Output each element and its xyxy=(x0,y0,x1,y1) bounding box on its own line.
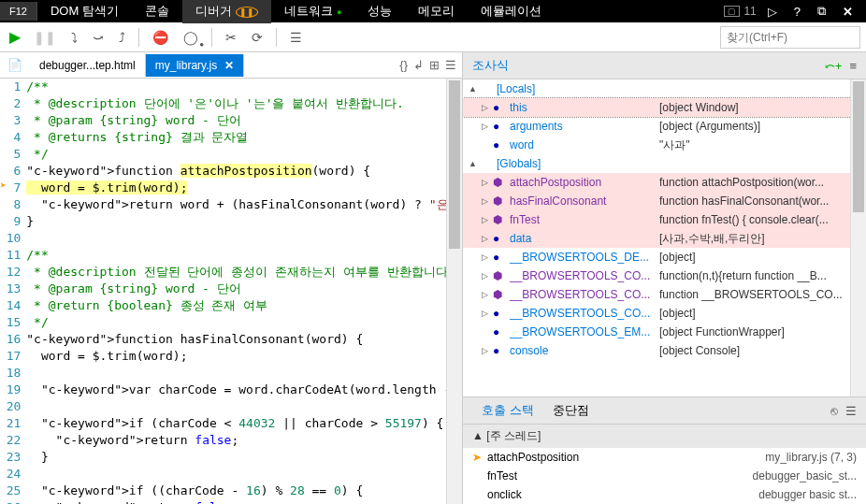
watch-panel-header: 조사식 ⤺+ ≡ xyxy=(463,52,866,79)
toggle-watch-icon[interactable]: ≡ xyxy=(849,59,857,73)
async-callstack-icon[interactable]: ⎋ xyxy=(830,404,838,418)
tab-dom-explorer[interactable]: DOM 탐색기 xyxy=(37,0,132,23)
thread-label[interactable]: ▲ [주 스레드] xyxy=(463,425,866,448)
devtool-tabs: DOM 탐색기 콘솔 디버거❚❚ 네트워크 성능 메모리 에뮬레이션 xyxy=(37,0,555,23)
close-tab-icon[interactable]: ✕ xyxy=(224,59,234,72)
tab-memory[interactable]: 메모리 xyxy=(405,0,468,23)
break-new-worker-icon[interactable]: ⛔ xyxy=(147,26,174,49)
help-icon[interactable]: ? xyxy=(788,1,806,22)
word-wrap-icon[interactable]: ↲ xyxy=(413,58,424,72)
callstack-frame[interactable]: onclickdebugger basic st... xyxy=(463,485,866,504)
tab-network[interactable]: 네트워크 xyxy=(271,0,354,23)
continue-icon[interactable]: ▶ xyxy=(6,28,24,46)
watch-row[interactable]: ●word"사과" xyxy=(463,136,866,154)
callstack-header: 호출 스택 중단점 ⎋ ☰ xyxy=(463,396,866,425)
watch-row[interactable]: ▷●__BROWSERTOOLS_DE...[object] xyxy=(463,248,866,266)
disconnect-icon[interactable]: ✂ xyxy=(220,26,242,49)
callstack-frame[interactable]: fnTestdebugger_basic_st... xyxy=(463,467,866,485)
open-file-icon[interactable]: 📄 xyxy=(0,58,30,72)
watch-row[interactable]: ●__BROWSERTOOLS_EM...[object FunctionWra… xyxy=(463,323,866,341)
file-tabs: 📄 debugger...tep.html my_library.js✕ {} … xyxy=(0,52,462,79)
callstack-panel: ▲ [주 스레드] ➤attachPostpositionmy_library.… xyxy=(463,425,866,504)
watch-row[interactable]: ▲[Globals] xyxy=(463,154,866,173)
watch-scrollbar[interactable] xyxy=(850,79,866,396)
search-input[interactable] xyxy=(720,26,860,49)
code-editor[interactable]: ➤ 12345678910111213141516171819202122232… xyxy=(0,79,462,504)
step-out-icon[interactable]: ⤴ xyxy=(113,26,131,49)
tab-callstack[interactable]: 호출 스택 xyxy=(472,402,543,419)
source-map-icon[interactable]: ⊞ xyxy=(429,58,440,72)
breakpoint-gutter[interactable]: ➤ xyxy=(0,79,7,504)
error-count-badge[interactable]: ▢11 xyxy=(724,5,756,18)
watch-row[interactable]: ▷●__BROWSERTOOLS_CO...[object] xyxy=(463,304,866,323)
watch-row[interactable]: ▷⬢__BROWSERTOOLS_CO...function __BROWSER… xyxy=(463,285,866,304)
just-my-code-icon[interactable]: ☰ xyxy=(284,26,308,49)
watch-tree[interactable]: ▲[Locals]▷●this[object Window]▷●argument… xyxy=(463,79,866,396)
watch-row[interactable]: ▷●console[object Console] xyxy=(463,341,866,360)
tab-performance[interactable]: 성능 xyxy=(354,0,405,23)
add-watch-icon[interactable]: ⤺+ xyxy=(825,59,843,73)
tab-breakpoints[interactable]: 중단점 xyxy=(543,402,599,419)
pretty-print-icon[interactable]: {} xyxy=(399,58,408,72)
top-menu: F12 DOM 탐색기 콘솔 디버거❚❚ 네트워크 성능 메모리 에뮬레이션 ▢… xyxy=(0,0,866,22)
line-numbers: 1234567891011121314151617181920212223242… xyxy=(7,79,27,504)
tab-console[interactable]: 콘솔 xyxy=(132,0,182,23)
watch-row[interactable]: ▲[Locals] xyxy=(463,79,866,98)
mark-my-code-icon[interactable]: ☰ xyxy=(445,58,456,72)
watch-row[interactable]: ▷⬢__BROWSERTOOLS_CO...function(n,t){retu… xyxy=(463,266,866,285)
library-frames-icon[interactable]: ☰ xyxy=(845,404,857,418)
code-content[interactable]: /** * @description 단어에 '은'이나 '는'을 붙여서 반환… xyxy=(26,79,462,504)
tab-debugger[interactable]: 디버거❚❚ xyxy=(182,0,271,23)
tab-emulation[interactable]: 에뮬레이션 xyxy=(468,0,555,23)
file-tab-html[interactable]: debugger...tep.html xyxy=(30,54,146,77)
watch-row[interactable]: ▷●arguments[object (Arguments)] xyxy=(463,117,866,136)
watch-row[interactable]: ▷●this[object Window] xyxy=(463,98,866,117)
step-into-icon[interactable]: ⤵ xyxy=(65,26,83,49)
refresh-icon[interactable]: ⟳ xyxy=(246,26,268,49)
watch-row[interactable]: ▷⬢fnTestfunction fnTest() { console.clea… xyxy=(463,210,866,229)
debug-toolbar: ▶ ❚❚ ⤵ ⤻ ⤴ ⛔ ◯● ✂ ⟳ ☰ xyxy=(0,22,866,52)
watch-row[interactable]: ▷⬢hasFinalConsonantfunction hasFinalCons… xyxy=(463,192,866,210)
file-tab-js[interactable]: my_library.js✕ xyxy=(146,54,244,77)
step-over-icon[interactable]: ⤻ xyxy=(87,26,109,49)
break-exception-icon[interactable]: ◯● xyxy=(178,26,204,49)
undock-icon[interactable]: ⧉ xyxy=(812,0,831,22)
f12-label: F12 xyxy=(0,2,37,21)
watch-row[interactable]: ▷⬢attachPostpositionfunction attachPostp… xyxy=(463,173,866,192)
close-icon[interactable]: ✕ xyxy=(837,1,859,22)
pause-icon[interactable]: ❚❚ xyxy=(28,26,62,49)
console-toggle-icon[interactable]: ▷ xyxy=(762,1,783,22)
pause-icon: ❚❚ xyxy=(236,7,258,18)
watch-row[interactable]: ▷●data[사과,수박,배,두리안] xyxy=(463,229,866,248)
callstack-frame[interactable]: ➤attachPostpositionmy_library.js (7, 3) xyxy=(463,448,866,467)
editor-scrollbar[interactable] xyxy=(446,79,462,504)
